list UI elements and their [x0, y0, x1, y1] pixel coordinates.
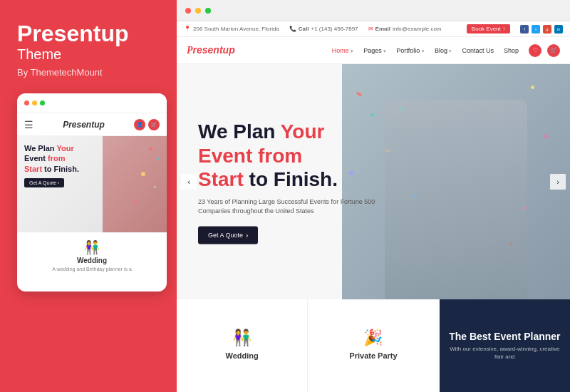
phone-icon: 📞: [289, 26, 296, 32]
hero-cta-button[interactable]: Get A Quote ›: [198, 226, 258, 244]
hero-subtitle: 23 Years of Planning Large Successful Ev…: [198, 197, 383, 216]
brand-by: By ThemetechMount: [17, 67, 160, 78]
confetti: [135, 200, 138, 204]
mobile-service-card: 👫 Wedding A wedding and Birthday planner…: [24, 239, 160, 272]
mobile-nav: ☰ Presentup 👤 🛒: [17, 113, 167, 136]
mobile-top-bar: [17, 93, 167, 113]
brand-title: Presentup: [17, 21, 160, 46]
slider-next-button[interactable]: ›: [550, 174, 566, 190]
mobile-service-desc: A wedding and Birthday planner is a: [52, 266, 132, 272]
facebook-icon[interactable]: f: [520, 25, 529, 33]
mobile-service-title: Wedding: [77, 257, 107, 264]
best-planner-desc: With our extensive, award-winning, creat…: [447, 345, 563, 361]
confetti-piece: [356, 91, 363, 96]
mobile-bottom-section: 👫 Wedding A wedding and Birthday planner…: [17, 232, 167, 279]
hamburger-icon[interactable]: ☰: [24, 119, 33, 130]
mobile-service-icon: 👫: [84, 239, 100, 255]
mobile-dot-green: [40, 100, 45, 105]
nav-item-contact[interactable]: Contact Us: [462, 47, 494, 54]
left-panel: Presentup Theme By ThemetechMount ☰ Pres…: [0, 0, 177, 392]
google-icon[interactable]: g: [543, 25, 551, 33]
hero-title-line3: Start: [198, 168, 244, 190]
confetti-piece: [544, 134, 549, 139]
mobile-dot-red: [24, 100, 29, 105]
cart-badge[interactable]: 🛒: [547, 44, 560, 57]
mobile-logo: Presentup: [63, 120, 105, 130]
wedding-title: Wedding: [226, 351, 259, 360]
social-links: f t g in: [520, 25, 563, 33]
topbar-phone: 📞 Call +1 (143) 456-7897: [289, 26, 358, 32]
browser-mockup: 📍 206 South Marion Avenue, Florida 📞 Cal…: [177, 0, 570, 392]
topbar-email: ✉ Email info@example.com: [368, 26, 442, 32]
hero-title-end: to Finish.: [244, 168, 338, 190]
mobile-user-icon: 👤: [134, 119, 145, 130]
nav-item-home[interactable]: Home ▾: [332, 47, 354, 54]
wedding-icon: 👫: [232, 329, 252, 347]
party-icon: 🎉: [363, 329, 383, 347]
mobile-hero-image: [103, 136, 167, 232]
nav-item-shop[interactable]: Shop: [504, 47, 519, 54]
mobile-hero-title: We Plan Your Event from Start to Finish.: [24, 143, 79, 174]
browser-chrome: [177, 0, 570, 21]
browser-dot-yellow: [195, 8, 201, 14]
confetti: [154, 186, 156, 188]
browser-dot-red: [185, 8, 191, 14]
hero-title-line2: Event from: [198, 144, 302, 166]
mobile-hero: We Plan Your Event from Start to Finish.…: [17, 136, 167, 232]
chevron-down-icon: ▾: [449, 48, 452, 53]
confetti-piece: [531, 86, 534, 89]
logo-text: resentup: [193, 44, 235, 56]
site-nav: Presentup Home ▾ Pages ▾ Portfolio ▾ Blo…: [177, 37, 570, 64]
best-planner-card: The Best Event Planner With our extensiv…: [440, 299, 570, 392]
slider-prev-button[interactable]: ‹: [181, 174, 197, 190]
nav-item-blog[interactable]: Blog ▾: [435, 47, 452, 54]
site-topbar: 📍 206 South Marion Avenue, Florida 📞 Cal…: [177, 21, 570, 37]
mobile-hero-text: We Plan Your Event from Start to Finish.…: [24, 143, 79, 187]
confetti-piece: [370, 113, 375, 117]
wishlist-badge[interactable]: ♡: [529, 44, 542, 57]
best-planner-title: The Best Event Planner: [449, 331, 560, 342]
site-logo: Presentup: [187, 44, 235, 56]
hero-title-line1: We Plan Your: [198, 120, 324, 143]
arrow-icon: ›: [246, 231, 248, 239]
wedding-service-card: 👫 Wedding: [177, 299, 308, 392]
private-party-title: Private Party: [349, 351, 397, 360]
mobile-cart-icon: 🛒: [148, 119, 160, 130]
book-event-button[interactable]: Book Event ↑: [467, 24, 510, 33]
chevron-down-icon: ▾: [351, 48, 353, 53]
nav-item-portfolio[interactable]: Portfolio ▾: [396, 47, 425, 54]
mobile-mockup: ☰ Presentup 👤 🛒 We Plan Your Event from …: [17, 93, 167, 292]
nav-cart-icons: ♡ 🛒: [529, 44, 560, 57]
browser-dot-green: [205, 8, 211, 14]
email-icon: ✉: [368, 26, 373, 32]
hero-content: We Plan Your Event from Start to Finish.…: [198, 120, 383, 244]
twitter-icon[interactable]: t: [532, 25, 540, 33]
mobile-cta-button[interactable]: Get A Quote ›: [24, 178, 64, 187]
private-party-service-card: 🎉 Private Party: [308, 299, 439, 392]
chevron-down-icon: ▾: [383, 48, 386, 53]
confetti: [157, 158, 160, 160]
nav-item-pages[interactable]: Pages ▾: [363, 47, 386, 54]
hero-title: We Plan Your Event from Start to Finish.: [198, 120, 383, 192]
brand-subtitle: Theme: [17, 46, 160, 63]
services-section: 👫 Wedding 🎉 Private Party The Best Event…: [177, 299, 570, 392]
nav-menu: Home ▾ Pages ▾ Portfolio ▾ Blog ▾ Contac…: [332, 47, 519, 54]
chevron-down-icon: ▾: [422, 48, 425, 53]
pin-icon: 📍: [184, 26, 191, 32]
confetti: [149, 147, 152, 150]
site-hero: We Plan Your Event from Start to Finish.…: [177, 64, 570, 299]
person-figure: [385, 100, 527, 299]
confetti: [141, 172, 145, 176]
mobile-nav-icons: 👤 🛒: [134, 119, 160, 130]
mobile-dot-yellow: [32, 100, 37, 105]
topbar-address: 📍 206 South Marion Avenue, Florida: [184, 26, 279, 32]
linkedin-icon[interactable]: in: [554, 25, 563, 33]
